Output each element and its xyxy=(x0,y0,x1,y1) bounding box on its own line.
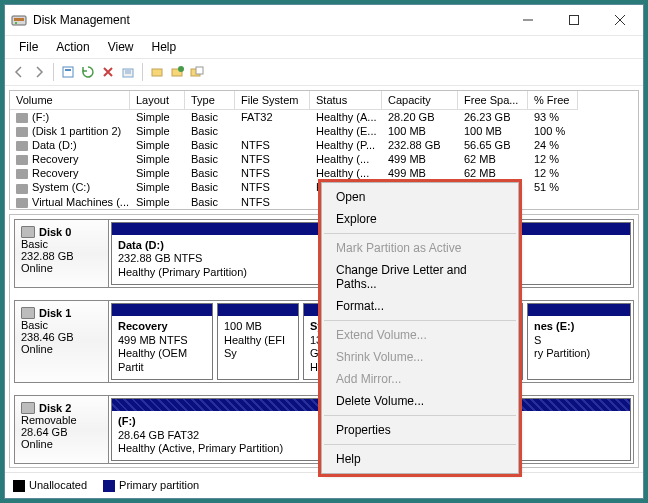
cm-shrink: Shrink Volume... xyxy=(322,346,518,368)
drive-icon xyxy=(16,127,28,137)
disk-label[interactable]: Disk 0Basic232.88 GBOnline xyxy=(15,220,109,287)
partition[interactable]: Recovery499 MB NTFSHealthy (OEM Partit xyxy=(111,303,213,380)
menubar: File Action View Help xyxy=(5,35,643,58)
drive-icon xyxy=(16,184,28,194)
disk-label[interactable]: Disk 2Removable28.64 GBOnline xyxy=(15,396,109,463)
cm-change-letter[interactable]: Change Drive Letter and Paths... xyxy=(322,259,518,295)
legend-unallocated-label: Unallocated xyxy=(29,479,87,491)
minimize-button[interactable] xyxy=(505,5,551,35)
window-controls xyxy=(505,5,643,35)
drive-icon xyxy=(16,198,28,208)
volume-row[interactable]: (F:)SimpleBasicFAT32Healthy (A...28.20 G… xyxy=(10,110,638,124)
cm-delete[interactable]: Delete Volume... xyxy=(322,390,518,412)
drive-icon xyxy=(16,113,28,123)
col-capacity[interactable]: Capacity xyxy=(382,91,458,110)
drive-icon xyxy=(16,169,28,179)
cm-open[interactable]: Open xyxy=(322,186,518,208)
volume-row[interactable]: (Disk 1 partition 2)SimpleBasicHealthy (… xyxy=(10,124,638,138)
forward-icon[interactable] xyxy=(31,64,47,80)
back-icon[interactable] xyxy=(11,64,27,80)
svg-rect-3 xyxy=(570,16,579,25)
col-status[interactable]: Status xyxy=(310,91,382,110)
cm-properties[interactable]: Properties xyxy=(322,419,518,441)
refresh-icon[interactable] xyxy=(80,64,96,80)
col-free[interactable]: Free Spa... xyxy=(458,91,528,110)
action3-icon[interactable] xyxy=(189,64,205,80)
drive-icon xyxy=(16,155,28,165)
maximize-button[interactable] xyxy=(551,5,597,35)
svg-rect-1 xyxy=(14,18,24,21)
partition[interactable]: 100 MBHealthy (EFI Sy xyxy=(217,303,299,380)
volume-row[interactable]: Data (D:)SimpleBasicNTFSHealthy (P...232… xyxy=(10,138,638,152)
legend-primary-swatch xyxy=(103,480,115,492)
svg-rect-7 xyxy=(152,69,162,76)
cm-explore[interactable]: Explore xyxy=(322,208,518,230)
svg-rect-4 xyxy=(63,67,73,77)
toolbar xyxy=(5,58,643,86)
menu-view[interactable]: View xyxy=(100,38,142,56)
disk-icon xyxy=(21,402,35,414)
cm-add-mirror: Add Mirror... xyxy=(322,368,518,390)
legend: Unallocated Primary partition xyxy=(5,472,643,498)
volumes-header: Volume Layout Type File System Status Ca… xyxy=(10,91,638,110)
properties-icon[interactable] xyxy=(60,64,76,80)
action2-icon[interactable] xyxy=(169,64,185,80)
cm-help[interactable]: Help xyxy=(322,448,518,470)
drive-icon xyxy=(16,141,28,151)
menu-action[interactable]: Action xyxy=(48,38,97,56)
svg-point-2 xyxy=(15,22,17,24)
col-type[interactable]: Type xyxy=(185,91,235,110)
disk-icon xyxy=(21,307,35,319)
partition[interactable]: nes (E:)Sry Partition) xyxy=(527,303,631,380)
context-menu[interactable]: Open Explore Mark Partition as Active Ch… xyxy=(321,182,519,474)
settings-icon[interactable] xyxy=(120,64,136,80)
app-disk-icon xyxy=(11,12,27,28)
action1-icon[interactable] xyxy=(149,64,165,80)
svg-rect-5 xyxy=(65,69,71,71)
close-button[interactable] xyxy=(597,5,643,35)
disk-label[interactable]: Disk 1Basic238.46 GBOnline xyxy=(15,301,109,382)
volume-row[interactable]: RecoverySimpleBasicNTFSHealthy (...499 M… xyxy=(10,166,638,180)
svg-point-9 xyxy=(178,66,184,72)
menu-file[interactable]: File xyxy=(11,38,46,56)
col-volume[interactable]: Volume xyxy=(10,91,130,110)
delete-icon[interactable] xyxy=(100,64,116,80)
cm-extend: Extend Volume... xyxy=(322,324,518,346)
cm-format[interactable]: Format... xyxy=(322,295,518,317)
volume-row[interactable]: RecoverySimpleBasicNTFSHealthy (...499 M… xyxy=(10,152,638,166)
col-pct[interactable]: % Free xyxy=(528,91,578,110)
col-layout[interactable]: Layout xyxy=(130,91,185,110)
legend-unallocated-swatch xyxy=(13,480,25,492)
cm-mark-active: Mark Partition as Active xyxy=(322,237,518,259)
disk-icon xyxy=(21,226,35,238)
col-fs[interactable]: File System xyxy=(235,91,310,110)
svg-rect-11 xyxy=(196,67,203,74)
legend-primary-label: Primary partition xyxy=(119,479,199,491)
titlebar[interactable]: Disk Management xyxy=(5,5,643,35)
window-title: Disk Management xyxy=(33,13,505,27)
menu-help[interactable]: Help xyxy=(144,38,185,56)
